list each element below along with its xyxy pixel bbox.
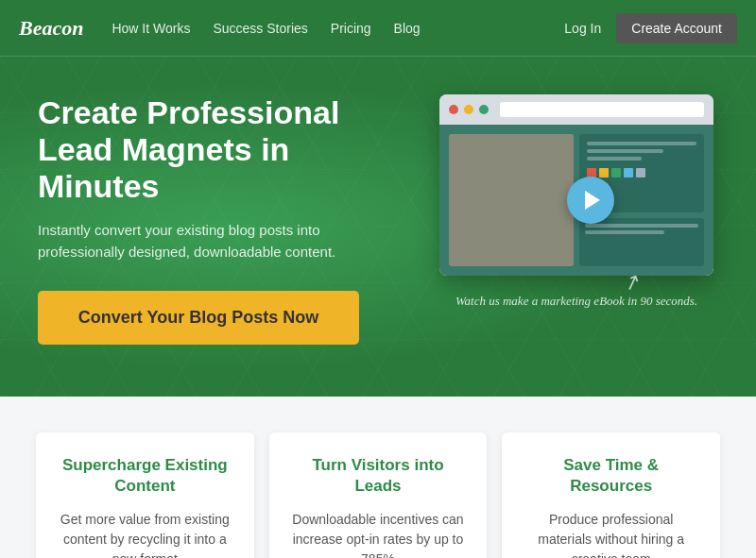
- nav-link-how-it-works[interactable]: How It Works: [112, 21, 190, 36]
- feature-card-2: Turn Visitors into Leads Downloadable in…: [269, 432, 488, 558]
- color-swatches: [587, 168, 696, 178]
- nav-links: How It Works Success Stories Pricing Blo…: [112, 21, 564, 36]
- video-caption: Watch us make a marketing eBook in 90 se…: [455, 293, 697, 310]
- browser-url-bar: [500, 102, 704, 117]
- feature-desc-1: Get more value from existing content by …: [55, 510, 235, 558]
- doc-line-b1: [585, 224, 698, 228]
- doc-line-3: [587, 157, 642, 161]
- doc-line-1: [587, 142, 696, 145]
- feature-title-1: Supercharge Existing Content: [55, 455, 235, 497]
- feature-desc-2: Downloadable incentives can increase opt…: [288, 510, 469, 558]
- doc-preview-right: [449, 134, 574, 266]
- create-account-button[interactable]: Create Account: [616, 13, 737, 43]
- doc-preview-bottom: [579, 218, 704, 267]
- login-button[interactable]: Log In: [564, 21, 601, 36]
- play-button[interactable]: [567, 177, 614, 224]
- dot-yellow: [464, 105, 473, 114]
- cta-button[interactable]: Convert Your Blog Posts Now: [38, 291, 359, 345]
- nav-link-success-stories[interactable]: Success Stories: [213, 21, 307, 36]
- feature-card-1: Supercharge Existing Content Get more va…: [36, 432, 254, 558]
- nav-link-blog[interactable]: Blog: [394, 21, 421, 36]
- browser-content: [439, 125, 713, 276]
- feature-title-3: Save Time & Resources: [521, 455, 701, 497]
- video-caption-wrapper: ↗ Watch us make a marketing eBook in 90 …: [455, 283, 697, 310]
- browser-bar: [439, 94, 713, 125]
- navbar: Beacon How It Works Success Stories Pric…: [0, 0, 756, 57]
- nav-right: Log In Create Account: [564, 13, 737, 43]
- doc-line-b2: [585, 230, 664, 234]
- hero-section: Create Professional Lead Magnets in Minu…: [0, 57, 756, 397]
- feature-card-3: Save Time & Resources Produce profession…: [502, 432, 720, 558]
- feature-desc-3: Produce professional materials without h…: [521, 510, 701, 558]
- browser-mockup: [439, 94, 713, 276]
- feature-title-2: Turn Visitors into Leads: [288, 455, 469, 497]
- play-icon: [585, 191, 600, 210]
- doc-line-2: [587, 149, 663, 153]
- swatch-gray: [636, 168, 645, 178]
- dot-green: [479, 105, 489, 114]
- swatch-green: [611, 168, 621, 178]
- hero-title: Create Professional Lead Magnets in Minu…: [38, 94, 397, 205]
- nav-link-pricing[interactable]: Pricing: [331, 21, 371, 36]
- swatch-blue: [624, 168, 633, 178]
- swatch-yellow: [599, 168, 609, 178]
- hero-subtitle: Instantly convert your existing blog pos…: [38, 220, 359, 262]
- hero-left: Create Professional Lead Magnets in Minu…: [38, 94, 397, 345]
- dot-red: [449, 105, 458, 114]
- logo[interactable]: Beacon: [19, 16, 83, 41]
- features-section: Supercharge Existing Content Get more va…: [0, 397, 756, 558]
- hero-right: ↗ Watch us make a marketing eBook in 90 …: [435, 94, 718, 310]
